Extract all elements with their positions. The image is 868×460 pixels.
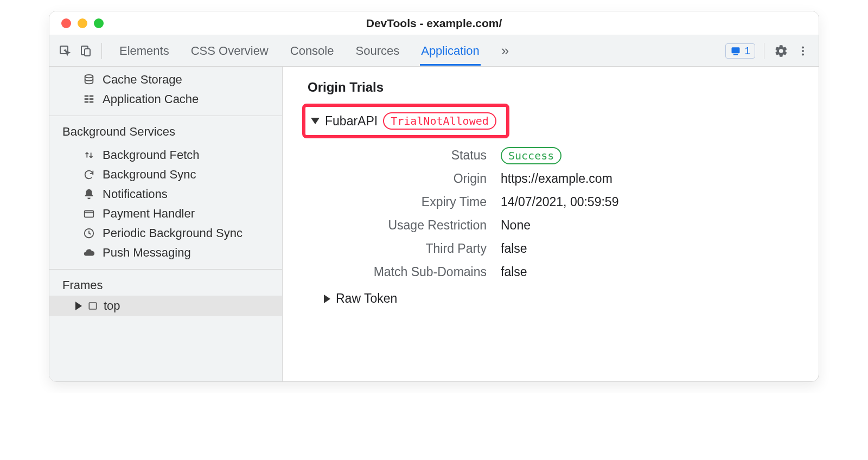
window-title: DevTools - example.com/: [366, 17, 502, 30]
svg-rect-2: [85, 49, 90, 56]
zoom-icon[interactable]: [94, 18, 104, 28]
gear-icon[interactable]: [773, 43, 789, 59]
sidebar-item-label: Cache Storage: [103, 73, 182, 87]
device-toggle-icon[interactable]: [78, 43, 94, 59]
tab-elements[interactable]: Elements: [118, 36, 170, 66]
sidebar-item-label: Background Sync: [103, 168, 196, 182]
sidebar-item-periodic-background-sync[interactable]: Periodic Background Sync: [49, 223, 282, 243]
svg-rect-12: [85, 101, 88, 103]
divider: [101, 43, 102, 59]
toolbar-right: 1: [725, 43, 811, 59]
divider: [49, 116, 282, 116]
origin-trial-row[interactable]: FubarAPI TrialNotAllowed: [302, 104, 509, 138]
svg-point-4: [802, 46, 804, 48]
svg-rect-3: [732, 47, 740, 53]
app-cache-icon: [82, 93, 96, 105]
card-icon: [82, 208, 96, 220]
svg-point-5: [802, 49, 804, 52]
status-badge: Success: [501, 147, 561, 164]
svg-rect-9: [90, 95, 93, 97]
row-value: 14/07/2021, 00:59:59: [501, 195, 803, 209]
svg-rect-11: [90, 98, 93, 100]
sidebar-header-background-services: Background Services: [49, 119, 282, 142]
row-key: Match Sub-Domains: [324, 265, 487, 279]
sidebar-item-label: Payment Handler: [103, 207, 195, 221]
bell-icon: [82, 188, 96, 200]
sidebar-item-push-messaging[interactable]: Push Messaging: [49, 243, 282, 263]
devtools-toolbar: Elements CSS Overview Console Sources Ap…: [49, 35, 819, 67]
svg-rect-8: [85, 95, 88, 97]
sidebar-item-frame-top[interactable]: top: [49, 296, 282, 316]
row-key: Third Party: [324, 241, 487, 256]
application-sidebar: Cache Storage Application Cache Backgrou…: [49, 67, 283, 381]
svg-point-7: [85, 75, 93, 78]
svg-rect-14: [85, 211, 94, 218]
row-key: Status: [324, 148, 487, 163]
row-value: false: [501, 241, 803, 256]
row-key: Usage Restriction: [324, 218, 487, 233]
frame-label: top: [104, 299, 120, 313]
more-tabs-icon[interactable]: »: [500, 35, 510, 67]
sidebar-item-label: Push Messaging: [103, 246, 191, 260]
kebab-icon[interactable]: [795, 43, 811, 59]
sync-icon: [82, 169, 96, 181]
minimize-icon[interactable]: [78, 18, 87, 28]
issues-count: 1: [744, 45, 750, 57]
sidebar-header-frames: Frames: [49, 273, 282, 296]
main-content: Origin Trials FubarAPI TrialNotAllowed S…: [283, 67, 819, 381]
issues-chip[interactable]: 1: [725, 43, 755, 59]
tab-console[interactable]: Console: [289, 36, 335, 66]
row-value: Success: [501, 148, 803, 163]
divider: [764, 43, 764, 59]
inspect-icon[interactable]: [57, 43, 73, 59]
row-value: None: [501, 218, 803, 233]
tab-application[interactable]: Application: [420, 36, 481, 66]
chevron-right-icon: [324, 295, 330, 303]
tab-sources[interactable]: Sources: [354, 36, 400, 66]
svg-rect-16: [89, 303, 96, 309]
sidebar-bg-section: Background Fetch Background Sync Notific…: [49, 142, 282, 266]
panel-tabs: Elements CSS Overview Console Sources Ap…: [118, 35, 510, 67]
cloud-icon: [82, 247, 96, 259]
sidebar-item-label: Application Cache: [103, 92, 199, 106]
svg-point-6: [802, 53, 804, 55]
sidebar-item-application-cache[interactable]: Application Cache: [49, 90, 282, 109]
devtools-window: DevTools - example.com/ Elements CSS Ove…: [49, 11, 819, 382]
raw-token-row[interactable]: Raw Token: [324, 291, 803, 306]
frame-icon: [87, 301, 98, 311]
chevron-right-icon: [75, 302, 82, 310]
sidebar-storage-section: Cache Storage Application Cache: [49, 67, 282, 112]
row-key: Origin: [324, 171, 487, 186]
close-icon[interactable]: [61, 18, 71, 28]
updown-icon: [82, 149, 96, 161]
row-value: false: [501, 265, 803, 279]
trial-name: FubarAPI: [325, 114, 378, 129]
sidebar-item-cache-storage[interactable]: Cache Storage: [49, 70, 282, 90]
titlebar: DevTools - example.com/: [49, 11, 819, 35]
trial-details-grid: Status Success Origin https://example.co…: [324, 148, 803, 279]
sidebar-item-label: Notifications: [103, 187, 168, 201]
panel-body: Cache Storage Application Cache Backgrou…: [49, 67, 819, 381]
svg-rect-13: [90, 101, 93, 103]
trial-status-badge: TrialNotAllowed: [383, 112, 496, 130]
row-value: https://example.com: [501, 171, 803, 186]
sidebar-item-background-sync[interactable]: Background Sync: [49, 165, 282, 184]
svg-rect-10: [85, 98, 88, 100]
chevron-down-icon: [311, 118, 320, 124]
section-heading: Origin Trials: [308, 80, 803, 95]
sidebar-item-background-fetch[interactable]: Background Fetch: [49, 145, 282, 165]
tab-css-overview[interactable]: CSS Overview: [190, 36, 270, 66]
sidebar-item-label: Periodic Background Sync: [103, 226, 242, 240]
traffic-lights: [49, 18, 104, 28]
sidebar-item-payment-handler[interactable]: Payment Handler: [49, 204, 282, 223]
database-icon: [82, 74, 96, 86]
divider: [49, 269, 282, 270]
sidebar-item-label: Background Fetch: [103, 148, 200, 162]
clock-icon: [82, 227, 96, 239]
raw-token-label: Raw Token: [336, 291, 397, 306]
row-key: Expiry Time: [324, 195, 487, 209]
sidebar-item-notifications[interactable]: Notifications: [49, 184, 282, 204]
